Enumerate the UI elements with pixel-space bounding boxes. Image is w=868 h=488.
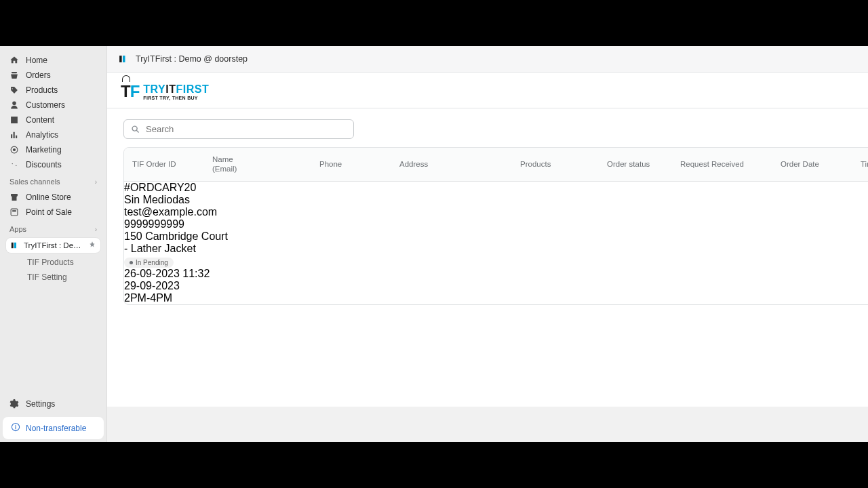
sales-channels-header[interactable]: Sales channels ›: [0, 174, 106, 188]
address-cell: 150 Cambridge Court: [124, 230, 868, 243]
table-header: TIF Order ID Name (Email) Phone Address …: [124, 148, 868, 182]
request-received-cell: 26-09-2023 11:32: [124, 268, 868, 280]
order-id-link[interactable]: #ORDCARY20: [124, 182, 868, 194]
nav-online-store[interactable]: Online Store: [5, 190, 101, 205]
orders-icon: [9, 70, 19, 80]
svg-rect-4: [12, 243, 14, 248]
topbar-title: TryITFirst : Demo @ doorstep: [136, 54, 248, 64]
nav-label: Customers: [26, 100, 65, 110]
order-date-cell: 29-09-2023: [124, 280, 868, 292]
marketing-icon: [9, 145, 19, 155]
nav-label: Products: [26, 85, 58, 95]
status-dot-icon: [130, 261, 133, 264]
nav-discounts[interactable]: Discounts: [5, 157, 101, 172]
nav-label: Content: [26, 115, 54, 125]
th-name-email: Name (Email): [212, 155, 314, 174]
svg-rect-5: [14, 243, 16, 248]
active-app-label: TryITFirst : Demo @ d...: [24, 241, 83, 249]
search-input[interactable]: [146, 124, 347, 134]
nav-label: Orders: [26, 70, 51, 80]
orders-table: TIF Order ID Name (Email) Phone Address …: [123, 147, 868, 305]
customers-icon: [9, 100, 19, 110]
status-cell: In Pending: [124, 255, 868, 268]
info-icon: [11, 422, 20, 434]
pin-icon[interactable]: [88, 241, 96, 250]
gear-icon: [9, 399, 19, 409]
svg-rect-7: [119, 56, 122, 62]
nav-home[interactable]: Home: [5, 53, 101, 68]
th-products: Products: [520, 160, 601, 168]
nav-label: Analytics: [26, 130, 58, 140]
search-icon: [131, 125, 140, 134]
svg-point-0: [13, 148, 16, 151]
apps-header[interactable]: Apps ›: [0, 221, 106, 236]
non-transferable-banner[interactable]: Non-transferable: [3, 417, 104, 439]
discounts-icon: [9, 160, 19, 169]
store-icon: [9, 192, 19, 202]
th-status: Order status: [607, 160, 675, 168]
sidebar: Home Orders Products Customers Content A…: [0, 46, 107, 442]
toolbar: Filter: [107, 108, 868, 147]
th-time-slot: Time Slot: [861, 160, 868, 168]
settings-label: Settings: [26, 399, 55, 409]
nav-marketing[interactable]: Marketing: [5, 142, 101, 157]
nav-label: Home: [26, 56, 47, 65]
home-icon: [9, 56, 19, 65]
nav-label: Online Store: [26, 192, 71, 202]
app-icon: [117, 53, 129, 65]
th-order-date: Order Date: [781, 160, 855, 168]
nav-label: Marketing: [26, 145, 62, 155]
phone-cell: 9999999999: [124, 218, 868, 230]
nav-customers[interactable]: Customers: [5, 98, 101, 113]
nav-analytics[interactable]: Analytics: [5, 127, 101, 142]
non-transferable-label: Non-transferable: [26, 424, 86, 433]
active-app-item[interactable]: TryITFirst : Demo @ d...: [5, 237, 101, 253]
topbar: TryITFirst : Demo @ doorstep ⋯: [107, 46, 868, 73]
app-sub-tif-products[interactable]: TIF Products: [5, 255, 101, 270]
th-phone: Phone: [319, 160, 394, 168]
name-email-cell: Sin Mediodas test@example.com: [124, 194, 868, 218]
pos-icon: [9, 207, 19, 217]
nav-products[interactable]: Products: [5, 83, 101, 98]
app-sub-tif-setting[interactable]: TIF Setting: [5, 270, 101, 285]
nav-pos[interactable]: Point of Sale: [5, 205, 101, 220]
nav-label: Point of Sale: [26, 207, 72, 217]
brand-header: TF TRYITFIRST FIRST TRY, THEN BUY: [107, 73, 868, 108]
th-address: Address: [399, 160, 515, 168]
nav-label: Discounts: [26, 160, 62, 169]
section-label: Sales channels: [9, 178, 60, 186]
content-icon: [9, 115, 19, 125]
main-content: TryITFirst : Demo @ doorstep ⋯ TF TRYITF…: [107, 46, 868, 442]
svg-rect-8: [123, 56, 125, 62]
th-request-received: Request Received: [680, 160, 775, 168]
svg-rect-2: [11, 209, 18, 216]
svg-rect-3: [12, 210, 16, 211]
status-badge: In Pending: [124, 258, 174, 268]
products-cell: - Lather Jacket: [124, 243, 868, 255]
products-icon: [9, 85, 19, 95]
app-icon: [10, 241, 18, 250]
nav-content[interactable]: Content: [5, 113, 101, 127]
analytics-icon: [9, 130, 19, 140]
customer-email-link[interactable]: test@example.com: [124, 206, 868, 218]
section-label: Apps: [9, 225, 26, 233]
nav-orders[interactable]: Orders: [5, 68, 101, 83]
search-field[interactable]: [123, 119, 354, 139]
th-order-id: TIF Order ID: [132, 160, 207, 168]
nav-settings[interactable]: Settings: [0, 395, 106, 413]
pagination: ‹ ›: [107, 407, 868, 442]
chevron-right-icon: ›: [95, 226, 97, 233]
customer-name: Sin Mediodas: [124, 194, 868, 206]
chevron-right-icon: ›: [95, 178, 97, 186]
time-slot-cell: 2PM-4PM: [124, 292, 868, 304]
